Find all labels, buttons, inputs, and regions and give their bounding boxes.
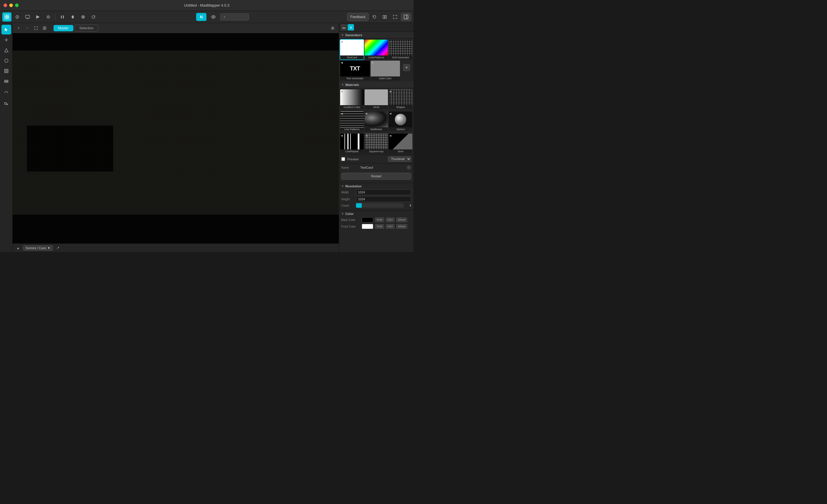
fixtures-tool-btn[interactable] xyxy=(13,12,22,21)
front-color-swatch[interactable] xyxy=(362,224,373,229)
materials-grid-row1: ◀ Gradient Color ◀ Strob ◀ Shapes xyxy=(339,88,414,110)
madnoise-material[interactable]: ◀ MadNoise xyxy=(364,111,388,131)
name-value: TestCard xyxy=(360,166,405,169)
front-color-rgb-btn[interactable]: RGB xyxy=(375,224,384,229)
width-input[interactable] xyxy=(356,189,411,195)
back-color-row: Back Color RGB HSV Wheel xyxy=(341,217,411,222)
linepatterns-material[interactable]: ◀ Line Patterns xyxy=(340,111,364,131)
group-add-tool[interactable] xyxy=(1,99,11,109)
feedback-btn[interactable]: Feedback xyxy=(347,13,369,21)
vp-grid-btn[interactable] xyxy=(41,24,48,32)
vp-fit-btn[interactable] xyxy=(32,24,40,32)
svg-rect-26 xyxy=(5,69,8,73)
grid-tool[interactable] xyxy=(1,66,11,76)
expand-btn[interactable]: ▲ xyxy=(15,245,21,251)
surfaces-tool-btn[interactable] xyxy=(2,12,11,21)
generators-section-header[interactable]: ▼ Generators xyxy=(339,32,414,39)
height-input[interactable] xyxy=(356,196,411,202)
sphere-preview: ◀ xyxy=(389,111,412,127)
restart-btn[interactable]: Restart xyxy=(341,173,411,180)
stop-btn[interactable] xyxy=(68,12,77,21)
front-color-hsv-btn[interactable]: HSV xyxy=(386,224,395,229)
eye-btn[interactable] xyxy=(209,12,218,21)
count-slider[interactable] xyxy=(356,203,404,208)
vp-minus-btn[interactable]: − xyxy=(23,24,31,32)
svg-marker-21 xyxy=(5,28,7,31)
linerepeat-arrow-icon: ◀ xyxy=(341,134,343,137)
add-quad-tool[interactable] xyxy=(1,35,11,45)
fullscreen-btn[interactable] xyxy=(390,12,400,21)
testcard-label: TestCard xyxy=(340,55,364,59)
back-color-hsv-btn[interactable]: HSV xyxy=(386,218,395,222)
squarearray-arrow-icon: ◀ xyxy=(365,134,367,137)
svg-point-25 xyxy=(5,59,8,62)
squarearray-material[interactable]: ◀ SquareArray xyxy=(364,133,388,154)
selection-tab[interactable]: Selection xyxy=(75,25,98,32)
vp-settings-btn[interactable] xyxy=(329,24,336,32)
panel-list-view-btn[interactable]: ▬ xyxy=(341,24,347,31)
minimize-button[interactable] xyxy=(9,3,13,7)
external-link-btn[interactable]: ↗ xyxy=(55,245,61,251)
back-color-swatch[interactable] xyxy=(362,217,373,222)
add-generator-btn[interactable]: + xyxy=(403,64,410,71)
materials-grid-row3: ◀ LineRepeat ◀ SquareArray ◀ xyxy=(339,132,414,155)
settings-tool-btn[interactable] xyxy=(44,12,53,21)
preview-checkbox[interactable] xyxy=(341,157,345,161)
sphere-material[interactable]: ◀ Sphere xyxy=(389,111,412,131)
colorpatterns-generator[interactable]: ◀ ColorPatterns xyxy=(364,40,388,59)
record-btn[interactable] xyxy=(79,12,88,21)
refresh-btn[interactable] xyxy=(89,12,98,21)
sphere-ball-icon xyxy=(395,114,406,125)
back-color-wheel-btn[interactable]: Wheel xyxy=(396,218,407,222)
scenes-dropdown[interactable]: Scenes / Cues ▼ xyxy=(23,245,53,250)
linerepeat-material[interactable]: ◀ LineRepeat xyxy=(340,133,364,154)
master-tab[interactable]: Master xyxy=(53,25,73,31)
select-tool[interactable] xyxy=(1,25,11,35)
siren-material[interactable]: ◀ Siren xyxy=(389,133,412,154)
preview-mode-select[interactable]: Thumbnail xyxy=(388,156,411,162)
canvas-dark-region xyxy=(27,125,113,172)
strob-material[interactable]: ◀ Strob xyxy=(364,89,388,109)
split-btn[interactable] xyxy=(380,12,389,21)
squarearray-preview: ◀ xyxy=(364,133,388,150)
svg-marker-8 xyxy=(36,15,40,19)
undo-btn[interactable] xyxy=(370,12,379,21)
strip-tool[interactable] xyxy=(1,76,11,86)
preview-row: Preview Thumbnail xyxy=(339,155,414,163)
n-logo-btn[interactable]: N xyxy=(196,13,206,21)
color-header[interactable]: ▼ Color xyxy=(341,212,411,216)
panel-btn[interactable] xyxy=(401,13,411,21)
maximize-button[interactable] xyxy=(15,3,19,7)
viewport-canvas[interactable] xyxy=(13,33,339,243)
panel-grid-view-btn[interactable]: ⊞ xyxy=(348,24,354,31)
bezier-tool[interactable] xyxy=(1,87,11,97)
pause-btn[interactable] xyxy=(58,12,67,21)
shapes-material[interactable]: ◀ Shapes xyxy=(389,89,412,109)
front-color-wheel-btn[interactable]: Wheel xyxy=(396,224,407,229)
svg-rect-32 xyxy=(5,81,8,82)
materials-section-header[interactable]: ▼ Materials xyxy=(339,81,414,88)
back-color-rgb-btn[interactable]: RGB xyxy=(375,218,384,222)
vp-add-btn[interactable]: + xyxy=(15,24,22,32)
testcard-generator[interactable]: ◀ TestCard xyxy=(340,40,364,59)
gradientcolor-material[interactable]: ◀ Gradient Color xyxy=(340,89,364,109)
solidcolor-generator[interactable]: ◀ Solid Color xyxy=(371,61,400,80)
gridgenerator-generator[interactable]: ◀ Grid Generator xyxy=(389,40,412,59)
window-title: Untitled - MadMapper 4.0.3 xyxy=(184,3,230,7)
strob-label: Strob xyxy=(364,105,388,109)
textgenerator-generator[interactable]: ◀ TXT Text Generator xyxy=(340,61,370,80)
materials-label: Materials xyxy=(345,83,359,87)
panel-tabs: ▬ ⊞ xyxy=(339,23,414,32)
circle-tool[interactable] xyxy=(1,56,11,65)
txt-label-icon: TXT xyxy=(350,65,360,72)
resolution-header[interactable]: ▼ Resolution xyxy=(341,184,411,188)
media-tool-btn[interactable] xyxy=(33,12,43,21)
content-area: + − Master Selection xyxy=(0,23,414,252)
gridgenerator-label: Grid Generator xyxy=(389,55,412,59)
screens-tool-btn[interactable] xyxy=(23,12,32,21)
close-button[interactable] xyxy=(3,3,7,7)
output-selector[interactable]: ▼ xyxy=(220,13,249,20)
triangle-tool[interactable] xyxy=(1,45,11,55)
name-info-btn[interactable]: i xyxy=(406,165,411,170)
textgenerator-label: Text Generator xyxy=(340,76,370,80)
